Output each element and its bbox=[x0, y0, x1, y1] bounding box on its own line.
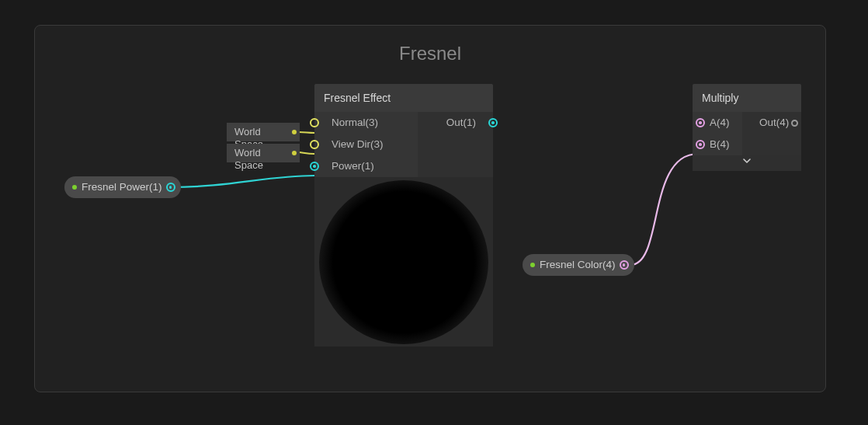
port-mult-out-label: Out(4) bbox=[759, 117, 789, 128]
port-normal-label: Normal(3) bbox=[332, 117, 378, 128]
dd-dot-2 bbox=[292, 151, 297, 155]
node-fresnel-effect[interactable]: Fresnel Effect Normal(3) View Dir(3) Pow… bbox=[314, 84, 493, 347]
socket-fresnel-power-out[interactable] bbox=[166, 183, 175, 192]
edge-power bbox=[171, 176, 314, 187]
preview-sphere bbox=[319, 180, 488, 344]
port-power-label: Power(1) bbox=[332, 160, 374, 172]
exposed-dot-2 bbox=[530, 263, 535, 267]
group-title: Fresnel bbox=[35, 43, 825, 64]
port-a[interactable]: A(4) bbox=[693, 112, 742, 134]
normal-space-dropdown[interactable]: World Space bbox=[227, 123, 300, 141]
port-mult-out[interactable]: Out(4) bbox=[742, 112, 801, 134]
socket-mult-out[interactable] bbox=[791, 120, 798, 127]
port-normal[interactable]: Normal(3) bbox=[314, 112, 418, 134]
socket-out[interactable] bbox=[488, 118, 498, 127]
edge-viewdir-space bbox=[299, 152, 314, 154]
property-fresnel-power[interactable]: Fresnel Power(1) bbox=[64, 176, 181, 198]
edge-color-to-b bbox=[630, 154, 698, 265]
multiply-header[interactable]: Multiply bbox=[693, 84, 801, 112]
exposed-dot bbox=[72, 185, 77, 190]
port-view-dir[interactable]: View Dir(3) bbox=[314, 134, 418, 155]
socket-fresnel-color-out[interactable] bbox=[620, 260, 629, 270]
socket-b-in[interactable] bbox=[696, 140, 705, 149]
fresnel-effect-header[interactable]: Fresnel Effect bbox=[314, 84, 493, 112]
port-a-label: A(4) bbox=[710, 117, 730, 128]
port-out-label: Out(1) bbox=[446, 117, 476, 128]
node-graph-group[interactable]: Fresnel Fresnel Effect N bbox=[34, 25, 826, 392]
dd-dot-1 bbox=[292, 130, 297, 134]
node-preview bbox=[314, 177, 493, 347]
socket-a-in[interactable] bbox=[696, 118, 705, 127]
socket-power-in[interactable] bbox=[310, 162, 319, 171]
property-fresnel-power-label: Fresnel Power(1) bbox=[82, 181, 162, 193]
port-view-dir-label: View Dir(3) bbox=[332, 138, 384, 150]
node-multiply[interactable]: Multiply A(4) B(4) Out(4) bbox=[693, 84, 801, 171]
port-power[interactable]: Power(1) bbox=[314, 155, 418, 177]
viewdir-space-dropdown[interactable]: World Space bbox=[227, 144, 300, 162]
multiply-collapse-toggle[interactable] bbox=[693, 155, 801, 171]
property-fresnel-color-label: Fresnel Color(4) bbox=[540, 259, 616, 270]
port-out[interactable]: Out(1) bbox=[418, 112, 493, 134]
socket-normal-in[interactable] bbox=[310, 118, 319, 127]
port-b[interactable]: B(4) bbox=[693, 134, 742, 155]
socket-viewdir-in[interactable] bbox=[310, 140, 319, 149]
edge-normal-space bbox=[299, 132, 314, 133]
chevron-down-icon bbox=[743, 157, 751, 165]
property-fresnel-color[interactable]: Fresnel Color(4) bbox=[523, 254, 634, 276]
port-b-label: B(4) bbox=[710, 138, 730, 150]
viewdir-space-value: World Space bbox=[234, 147, 263, 171]
